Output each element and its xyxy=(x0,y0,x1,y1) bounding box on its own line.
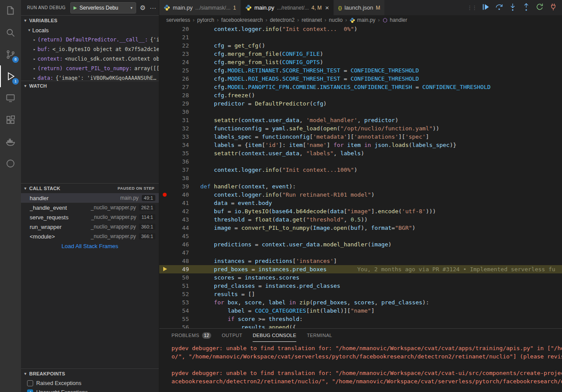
variable-row[interactable]: ▸context:<nuclio_sdk.context.Context obj… xyxy=(21,54,159,64)
code-line[interactable]: 26 cfg.MODEL.ROI_HEADS.SCORE_THRESH_TEST… xyxy=(159,75,562,83)
code-line[interactable]: 22 cfg = get_cfg() xyxy=(159,41,562,50)
glyph-margin[interactable] xyxy=(159,66,171,75)
restart-button[interactable] xyxy=(534,2,545,13)
activity-item-search[interactable] xyxy=(0,22,21,44)
code-line[interactable]: 36 xyxy=(159,157,562,166)
tab-launch.json[interactable]: {}launch.jsonM xyxy=(334,0,385,15)
glyph-margin[interactable] xyxy=(159,273,171,282)
glyph-margin[interactable] xyxy=(159,108,171,116)
disconnect-button[interactable] xyxy=(548,2,559,13)
code-line[interactable]: 45 xyxy=(159,232,562,240)
activity-item-source-control[interactable]: 8 xyxy=(0,44,21,65)
debug-console-output[interactable]: pydev debugger: unable to find translati… xyxy=(159,342,562,392)
activity-item-explorer[interactable] xyxy=(0,0,21,22)
glyph-margin[interactable] xyxy=(159,58,171,66)
glyph-margin[interactable] xyxy=(159,240,171,249)
code-line[interactable]: 44 image = convert_PIL_to_numpy(Image.op… xyxy=(159,224,562,232)
checkbox[interactable]: ✓ xyxy=(27,389,33,392)
panel-tab-problems[interactable]: PROBLEMS12 xyxy=(171,329,211,342)
glyph-margin[interactable] xyxy=(159,323,171,328)
breakpoints-section-header[interactable]: ▾ BREAKPOINTS xyxy=(21,369,159,378)
code-line[interactable]: 30 xyxy=(159,108,562,116)
glyph-margin[interactable] xyxy=(159,91,171,99)
glyph-margin[interactable] xyxy=(159,191,171,199)
glyph-margin[interactable] xyxy=(159,33,171,41)
code-line[interactable]: 43 threshold = float(data.get("threshold… xyxy=(159,215,562,224)
code-line[interactable]: 50 scores = instances.scores xyxy=(159,273,562,282)
breadcrumb-item[interactable]: handler xyxy=(382,17,407,23)
gear-icon[interactable]: ⚙ xyxy=(140,4,146,12)
glyph-margin[interactable] xyxy=(159,290,171,298)
glyph-margin[interactable] xyxy=(159,166,171,174)
activity-item-extensions[interactable] xyxy=(0,109,21,131)
glyph-margin[interactable] xyxy=(159,265,171,273)
code-line[interactable]: 48 instances = predictions['instances'] xyxy=(159,257,562,265)
glyph-margin[interactable] xyxy=(159,257,171,265)
drag-grip-icon[interactable]: ⋮⋮ xyxy=(467,4,476,11)
variable-row[interactable]: ▸(return) DefaultPredictor.__call__:{'in… xyxy=(21,35,159,44)
code-line[interactable]: 42 buf = io.BytesIO(base64.b64decode(dat… xyxy=(159,207,562,215)
call-stack-section-header[interactable]: ▾ CALL STACK PAUSED ON STEP xyxy=(21,184,159,193)
checkbox[interactable] xyxy=(27,380,33,386)
activity-item-remote-explorer[interactable] xyxy=(0,87,21,109)
breakpoint-item[interactable]: ✓Uncaught Exceptions xyxy=(21,388,159,392)
stack-frame[interactable]: <module>_nuclio_wrapper.py366:1 xyxy=(21,232,159,241)
glyph-margin[interactable] xyxy=(159,133,171,141)
code-line[interactable]: 28 cfg.freeze() xyxy=(159,91,562,99)
glyph-margin[interactable] xyxy=(159,75,171,83)
stack-frame[interactable]: run_wrapper_nuclio_wrapper.py360:1 xyxy=(21,222,159,232)
code-line[interactable]: 34 labels = {item['id']: item['name'] fo… xyxy=(159,141,562,149)
code-line[interactable]: 52 results = [] xyxy=(159,290,562,298)
code-line[interactable]: 47 xyxy=(159,249,562,257)
activity-item-run-and-debug[interactable]: 1 xyxy=(0,65,21,87)
breadcrumb-item[interactable]: pytorch xyxy=(197,17,214,23)
continue-button[interactable] xyxy=(480,2,491,13)
glyph-margin[interactable] xyxy=(159,41,171,50)
variable-row[interactable]: ▸data:{'image': 'iVBORw0KGgoAAAANSUhE… xyxy=(21,73,159,81)
variable-row[interactable]: ▸buf:<_io.BytesIO object at 0x7f5a2dc1ec… xyxy=(21,44,159,54)
glyph-margin[interactable] xyxy=(159,182,171,191)
variables-section-header[interactable]: ▾ VARIABLES xyxy=(21,16,159,25)
stack-frame[interactable]: _handle_event_nuclio_wrapper.py262:1 xyxy=(21,203,159,212)
activity-item-docker[interactable] xyxy=(0,131,21,153)
code-line[interactable]: 39def handler(context, event): xyxy=(159,182,562,191)
code-line[interactable]: 41 data = event.body xyxy=(159,199,562,207)
glyph-margin[interactable] xyxy=(159,25,171,33)
code-line[interactable]: 23 cfg.merge_from_file(CONFIG_FILE) xyxy=(159,50,562,58)
glyph-margin[interactable] xyxy=(159,50,171,58)
debug-config-dropdown[interactable]: ▶ Serverless Debu ▾ xyxy=(70,2,136,14)
step-over-button[interactable] xyxy=(493,2,504,13)
more-actions-icon[interactable]: ··· xyxy=(150,4,156,11)
code-line[interactable]: 24 cfg.merge_from_list(CONFIG_OPTS) xyxy=(159,58,562,66)
close-icon[interactable]: × xyxy=(325,4,329,11)
breadcrumb-item[interactable]: retinanet xyxy=(302,17,322,23)
breadcrumb-item[interactable]: facebookresearch xyxy=(221,17,263,23)
glyph-margin[interactable] xyxy=(159,315,171,323)
code-line[interactable]: 38 xyxy=(159,174,562,182)
glyph-margin[interactable] xyxy=(159,232,171,240)
glyph-margin[interactable] xyxy=(159,116,171,124)
breadcrumb-item[interactable]: nuclio xyxy=(329,17,343,23)
code-line[interactable]: 40 context.logger.info("Run retinanet-R1… xyxy=(159,191,562,199)
code-line[interactable]: 20 context.logger.info("Init context... … xyxy=(159,25,562,33)
step-into-button[interactable] xyxy=(507,2,518,13)
glyph-margin[interactable] xyxy=(159,298,171,307)
glyph-margin[interactable] xyxy=(159,149,171,157)
variable-row[interactable]: ▸(return) convert_PIL_to_numpy:array([[[… xyxy=(21,64,159,73)
glyph-margin[interactable] xyxy=(159,157,171,166)
glyph-margin[interactable] xyxy=(159,174,171,182)
stack-frame[interactable]: serve_requests_nuclio_wrapper.py114:1 xyxy=(21,212,159,222)
code-line[interactable]: 35 setattr(context.user_data, "labels", … xyxy=(159,149,562,157)
code-line[interactable]: 55 if score >= threshold: xyxy=(159,315,562,323)
step-out-button[interactable] xyxy=(521,2,531,13)
glyph-margin[interactable] xyxy=(159,141,171,149)
code-line[interactable]: 31 setattr(context.user_data, 'model_han… xyxy=(159,116,562,124)
load-all-stack-frames-link[interactable]: Load All Stack Frames xyxy=(21,241,159,252)
glyph-margin[interactable] xyxy=(159,249,171,257)
code-line[interactable]: 27 cfg.MODEL.PANOPTIC_FPN.COMBINE.INSTAN… xyxy=(159,83,562,91)
glyph-margin[interactable] xyxy=(159,124,171,133)
breadcrumb-item[interactable]: detectron2 xyxy=(270,17,295,23)
code-line[interactable]: 37 context.logger.info("Init context...1… xyxy=(159,166,562,174)
code-line[interactable]: 32 functionconfig = yaml.safe_load(open(… xyxy=(159,124,562,133)
tab-main.py[interactable]: main.py.../siammask/...1 xyxy=(159,0,241,15)
